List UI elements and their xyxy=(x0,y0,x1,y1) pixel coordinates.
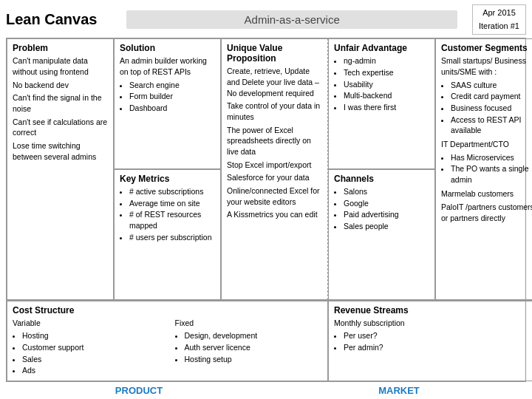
cost-cell: Cost Structure Variable Hosting Customer… xyxy=(7,300,328,381)
revenue-cell: Revenue Streams Monthly subscription Per… xyxy=(328,300,532,381)
uvp-title: Unique Value Proposition xyxy=(227,43,322,64)
unfair-content: ng-admin Tech expertise Usability Multi-… xyxy=(334,55,429,112)
keymetrics-content: # active subscriptions Average time on s… xyxy=(120,186,215,242)
customer-marmelab: Marmelab customers xyxy=(441,188,532,200)
uvp-cell: Unique Value Proposition Create, retriev… xyxy=(221,38,328,299)
problem-content: Can't manipulate data without using fron… xyxy=(13,55,108,162)
customer-item-4: Access to REST API available xyxy=(451,115,532,136)
customer-cell: Customer Segments Small startups/ Busine… xyxy=(435,38,532,299)
uvp-p1: Create, retrieve, Update and Delete your… xyxy=(227,66,322,98)
customer-item-1: SAAS culture xyxy=(451,80,532,91)
unfair-title: Unfair Advantage xyxy=(334,43,429,53)
cost-fixed: Fixed Design, development Auth server li… xyxy=(175,318,323,377)
keymetrics-list: # active subscriptions Average time on s… xyxy=(120,186,215,242)
unfair-item-4: Multi-backend xyxy=(344,90,429,101)
cost-var-item-1: Hosting xyxy=(22,330,160,341)
cost-var-item-2: Customer support xyxy=(22,342,160,353)
channels-title: Channels xyxy=(334,174,429,184)
uvp-p4: Stop Excel import/export xyxy=(227,160,322,171)
solution-cell: Solution An admin builder working on top… xyxy=(114,38,221,169)
problem-item-2: No backend dev xyxy=(13,80,108,91)
channels-content: Salons Google Paid advertising Sales peo… xyxy=(334,186,429,232)
canvas-grid: Problem Can't manipulate data without us… xyxy=(6,38,526,382)
cost-var-item-4: Ads xyxy=(22,365,160,376)
product-label: PRODUCT xyxy=(6,385,272,396)
channels-item-1: Salons xyxy=(344,186,429,197)
keymetrics-cell: Key Metrics # active subscriptions Avera… xyxy=(114,169,221,300)
customer-content: Small startups/ Business units/SME with … xyxy=(441,55,532,224)
iteration-label: Iteration #1 xyxy=(479,20,519,33)
problem-item-4: Can't see if calculations are correct xyxy=(13,117,108,138)
keymetrics-item-2: Average time on site xyxy=(129,198,215,209)
channels-item-2: Google xyxy=(344,198,429,209)
customer-it-list: Has Microservices The PO wants a single … xyxy=(441,152,532,185)
problem-item-3: Can't find the signal in the noise xyxy=(13,92,108,114)
revenue-content: Monthly subscription Per user? Per admin… xyxy=(334,318,532,353)
revenue-item-2: Per admin? xyxy=(344,342,532,353)
solution-item-2: Form builder xyxy=(129,91,215,102)
revenue-item-1: Per user? xyxy=(344,330,532,341)
date-label: Apr 2015 xyxy=(479,7,519,20)
solution-item-1: Search engine xyxy=(129,80,215,91)
app-name: Admin-as-a-service xyxy=(126,10,457,29)
channels-list: Salons Google Paid advertising Sales peo… xyxy=(334,186,429,232)
cost-fixed-item-2: Auth server licence xyxy=(185,342,323,353)
uvp-p6: Online/connected Excel for your website … xyxy=(227,185,322,207)
page-title: Lean Canvas xyxy=(6,11,97,28)
solution-item-3: Dashboard xyxy=(129,103,215,114)
problem-item-5: Lose time switching between several admi… xyxy=(13,140,108,162)
customer-it-item-2: The PO wants a single admin xyxy=(451,163,532,185)
revenue-list: Per user? Per admin? xyxy=(334,330,532,352)
channels-cell: Channels Salons Google Paid advertising … xyxy=(328,169,435,300)
customer-it-item-1: Has Microservices xyxy=(451,152,532,163)
customer-paloit: PaloIT /partners customers or partners d… xyxy=(441,202,532,223)
customer-it-title: IT Department/CTO xyxy=(441,139,532,150)
cost-fixed-item-1: Design, development xyxy=(185,330,323,341)
revenue-title: Revenue Streams xyxy=(334,305,532,316)
uvp-content: Create, retrieve, Update and Delete your… xyxy=(227,66,322,220)
customer-item-2: Credit card payment xyxy=(451,91,532,102)
unfair-cell: Unfair Advantage ng-admin Tech expertise… xyxy=(328,38,435,169)
solution-list: Search engine Form builder Dashboard xyxy=(120,80,215,114)
keymetrics-item-3: # of REST resources mapped xyxy=(129,209,215,231)
top-header: Lean Canvas Admin-as-a-service Apr 2015 … xyxy=(6,4,526,35)
keymetrics-title: Key Metrics xyxy=(120,174,215,184)
cost-variable-list: Hosting Customer support Sales Ads xyxy=(13,330,160,376)
solution-title: Solution xyxy=(120,43,215,53)
channels-item-3: Paid advertising xyxy=(344,209,429,220)
revenue-intro: Monthly subscription xyxy=(334,318,532,329)
uvp-p7: A Kissmetrics you can edit xyxy=(227,209,322,220)
customer-list: SAAS culture Credit card payment Busines… xyxy=(441,80,532,136)
unfair-item-2: Tech expertise xyxy=(344,67,429,78)
unfair-item-5: I was there first xyxy=(344,102,429,113)
cost-variable: Variable Hosting Customer support Sales … xyxy=(13,318,160,377)
problem-title: Problem xyxy=(13,43,108,53)
channels-item-4: Sales people xyxy=(344,221,429,232)
cost-fixed-label: Fixed xyxy=(175,318,323,329)
cost-variable-label: Variable xyxy=(13,318,160,329)
cost-fixed-item-3: Hosting setup xyxy=(185,354,323,365)
problem-item-1: Can't manipulate data without using fron… xyxy=(13,55,108,77)
solution-content: An admin builder working on top of REST … xyxy=(120,55,215,113)
uvp-p5: Salesforce for your data xyxy=(227,172,322,183)
cost-fixed-list: Design, development Auth server licence … xyxy=(175,330,323,364)
customer-title: Customer Segments xyxy=(441,43,532,53)
solution-intro: An admin builder working on top of REST … xyxy=(120,55,215,77)
uvp-p3: The power of Excel spreadsheets directly… xyxy=(227,125,322,157)
market-label: MARKET xyxy=(272,385,526,396)
unfair-list: ng-admin Tech expertise Usability Multi-… xyxy=(334,55,429,112)
unfair-item-1: ng-admin xyxy=(344,55,429,66)
unfair-item-3: Usability xyxy=(344,79,429,90)
keymetrics-item-4: # users per subscription xyxy=(129,232,215,243)
keymetrics-item-1: # active subscriptions xyxy=(129,186,215,197)
customer-intro: Small startups/ Business units/SME with … xyxy=(441,55,532,77)
customer-item-3: Business focused xyxy=(451,103,532,114)
cost-var-item-3: Sales xyxy=(22,354,160,365)
lean-canvas-page: Lean Canvas Admin-as-a-service Apr 2015 … xyxy=(0,0,532,399)
problem-cell: Problem Can't manipulate data without us… xyxy=(7,38,114,299)
cost-inner: Variable Hosting Customer support Sales … xyxy=(13,318,322,377)
uvp-p2: Take control of your data in minutes xyxy=(227,100,322,122)
date-box: Apr 2015 Iteration #1 xyxy=(472,4,526,35)
cost-title: Cost Structure xyxy=(13,305,322,316)
bottom-labels: PRODUCT MARKET xyxy=(6,385,526,396)
